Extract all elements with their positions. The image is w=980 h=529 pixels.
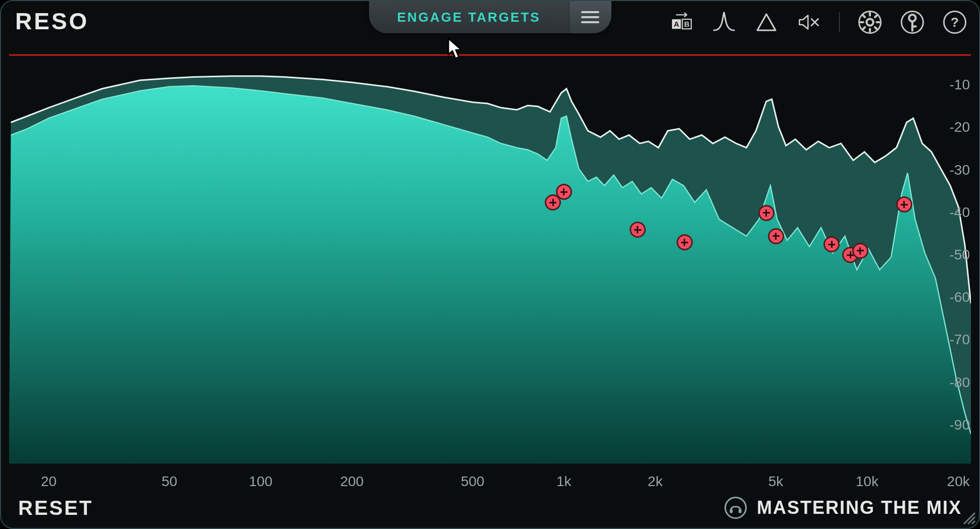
y-tick-label: -10: [950, 77, 970, 93]
x-tick-label: 1k: [556, 473, 572, 490]
svg-line-15: [875, 16, 876, 17]
mute-icon: [798, 11, 820, 33]
svg-text:B: B: [684, 20, 690, 28]
brand[interactable]: MASTERING THE MIX: [725, 497, 962, 519]
svg-line-12: [863, 16, 865, 17]
reset-button[interactable]: RESET: [18, 497, 93, 519]
x-tick-label: 2k: [648, 473, 663, 490]
y-tick-label: -70: [950, 332, 970, 348]
key-button[interactable]: [900, 10, 924, 34]
svg-line-14: [863, 27, 865, 29]
spectrum-svg: [9, 42, 971, 488]
y-tick-label: -30: [950, 162, 970, 178]
resonance-curve-icon: [713, 11, 735, 33]
ab-compare-icon: A B: [670, 11, 693, 33]
resonance-shape-button[interactable]: [712, 10, 736, 34]
resonance-node[interactable]: [768, 228, 784, 244]
app-title: RESO: [15, 8, 89, 35]
delta-icon: [755, 11, 778, 33]
resonance-node[interactable]: [758, 205, 775, 221]
mute-button[interactable]: [797, 10, 821, 34]
x-tick-label: 500: [461, 473, 485, 490]
engage-menu-button[interactable]: [569, 1, 611, 33]
y-tick-label: -40: [950, 204, 970, 221]
resize-grip[interactable]: [961, 510, 976, 525]
help-icon: ?: [943, 11, 966, 34]
resonance-node[interactable]: [896, 196, 912, 213]
y-tick-label: -50: [950, 247, 970, 263]
resonance-node[interactable]: [630, 222, 646, 238]
svg-rect-20: [739, 509, 742, 513]
x-tick-label: 50: [162, 473, 177, 490]
toolbar-separator: [839, 12, 840, 32]
ab-compare-button[interactable]: A B: [669, 10, 694, 34]
svg-rect-19: [730, 509, 733, 513]
app-window: RESO ENGAGE TARGETS A B: [0, 0, 980, 529]
settings-icon: [858, 11, 882, 34]
y-tick-label: -90: [950, 417, 970, 433]
key-icon: [901, 11, 924, 34]
svg-line-13: [875, 27, 876, 29]
svg-line-23: [972, 521, 975, 524]
x-tick-label: 100: [249, 473, 273, 490]
brand-label: MASTERING THE MIX: [757, 497, 962, 518]
x-tick-label: 200: [340, 473, 364, 490]
y-axis-labels: -10-20-30-40-50-60-70-80-90: [937, 42, 972, 467]
header: RESO ENGAGE TARGETS A B: [1, 1, 979, 41]
svg-text:A: A: [674, 20, 679, 28]
svg-point-7: [866, 19, 873, 25]
resonance-node[interactable]: [823, 236, 840, 252]
brand-logo-icon: [725, 497, 747, 519]
delta-button[interactable]: [754, 10, 779, 34]
resonance-node[interactable]: [556, 184, 572, 200]
y-tick-label: -60: [950, 289, 970, 305]
hamburger-icon: [581, 10, 599, 24]
toolbar: A B: [669, 10, 967, 34]
help-button[interactable]: ?: [943, 10, 967, 34]
y-tick-label: -80: [950, 375, 970, 391]
resonance-node[interactable]: [677, 234, 693, 250]
x-tick-label: 20: [41, 473, 57, 490]
spectrum-chart[interactable]: 20501002005001k2k5k10k20k -10-20-30-40-5…: [9, 42, 971, 488]
x-tick-label: 20k: [947, 473, 970, 490]
engage-targets-pill: ENGAGE TARGETS: [369, 1, 611, 33]
resonance-node[interactable]: [852, 243, 868, 259]
x-tick-label: 5k: [768, 473, 784, 490]
settings-button[interactable]: [858, 10, 882, 34]
footer: RESET MASTERING THE MIX: [1, 492, 979, 528]
x-tick-label: 10k: [856, 473, 879, 490]
y-tick-label: -20: [950, 119, 970, 135]
engage-targets-button[interactable]: ENGAGE TARGETS: [369, 1, 569, 33]
